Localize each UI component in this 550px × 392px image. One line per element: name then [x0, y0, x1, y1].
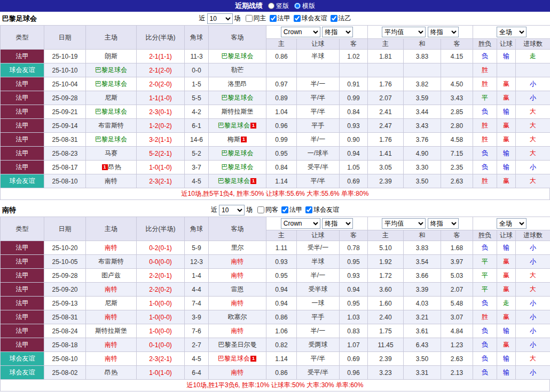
odds-stage-select[interactable]: 终指	[322, 27, 353, 37]
filter-checkbox-input[interactable]	[294, 15, 301, 22]
team-link[interactable]: 尼斯	[105, 94, 117, 101]
team-link[interactable]: 勒芒	[231, 66, 244, 74]
filter-checkbox[interactable]: 同客	[254, 205, 278, 214]
team-link[interactable]: 南特	[231, 327, 244, 334]
filter-checkbox-input[interactable]	[331, 15, 337, 22]
filter-checkbox-input[interactable]	[281, 206, 288, 213]
result-goals-cell: 大	[516, 174, 550, 188]
odds-home-cell: 1.11	[266, 241, 297, 255]
team-link[interactable]: 昂热	[105, 369, 117, 376]
team-link[interactable]: 巴黎足球会	[222, 163, 254, 171]
team-link[interactable]: 巴黎足球会	[222, 149, 254, 157]
vertical-layout-radio[interactable]	[268, 3, 274, 9]
filter-checkbox[interactable]: 法甲	[278, 205, 302, 214]
team-link[interactable]: 南特	[105, 244, 117, 251]
team-link[interactable]: 洛里昂	[228, 80, 247, 87]
team-link[interactable]: 巴黎足球会	[218, 177, 250, 185]
average-select[interactable]: 平均值	[382, 218, 426, 229]
filter-checkbox-input[interactable]	[257, 206, 264, 213]
col-header-odds-away: 客	[340, 230, 368, 241]
team-link[interactable]: 巴黎足球会	[95, 135, 127, 143]
team-link[interactable]: 图卢兹	[101, 271, 121, 279]
bookmaker-select[interactable]: Crown	[281, 218, 320, 229]
team-title: 南特	[2, 203, 16, 217]
team-link[interactable]: 南特	[231, 299, 244, 307]
recent-count-select[interactable]: 10	[219, 205, 245, 215]
team-link[interactable]: 巴黎足球会	[222, 94, 254, 101]
scope-select[interactable]: 全场	[497, 218, 527, 229]
avg-draw-cell: 3.44	[404, 105, 441, 119]
team-link[interactable]: 布雷斯特	[98, 122, 124, 129]
filter-checkbox[interactable]: 法乙	[327, 14, 351, 23]
matches-body: 法甲25-10-20南特0-2(0-1)5-9里尔1.11受半/一0.785.1…	[1, 241, 550, 380]
team-link[interactable]: 南特	[231, 271, 244, 279]
team-link[interactable]: 南特	[231, 258, 244, 265]
team-link[interactable]: 巴黎足球会	[95, 66, 127, 74]
result-goals-cell: 大	[516, 119, 550, 133]
average-select[interactable]: 平均值	[382, 27, 426, 37]
odds-home-cell: 0.99	[266, 133, 297, 147]
corner-cell: 11-3	[185, 50, 209, 63]
team-link[interactable]: 斯特拉斯堡	[222, 108, 254, 115]
home-team-cell: 朗斯	[86, 50, 137, 63]
team-link[interactable]: 巴黎足球会	[222, 52, 254, 60]
home-team-cell: 昂热	[86, 366, 137, 380]
odds-stage-select[interactable]: 终指	[322, 218, 353, 229]
odds-handicap-cell: 平手	[297, 119, 340, 133]
away-team-cell: 里尔	[209, 241, 266, 255]
odds-handicap-cell: 受半球	[297, 283, 340, 297]
scope-select[interactable]: 全场	[497, 27, 527, 37]
odds-away-cell: 0.69	[340, 352, 368, 366]
team-link[interactable]: 巴黎足球会	[218, 122, 250, 129]
recent-count-select[interactable]: 10	[207, 13, 233, 24]
col-header-odds-away: 客	[340, 39, 368, 50]
filter-checkbox[interactable]: 球会友谊	[302, 205, 339, 214]
league-type-cell: 法甲	[1, 297, 44, 310]
team-link[interactable]: 南特	[105, 355, 117, 362]
team-link[interactable]: 里尔	[231, 244, 244, 251]
filter-checkbox[interactable]: 法甲	[266, 14, 290, 23]
team-link[interactable]: 欧塞尔	[228, 313, 247, 321]
team-link[interactable]: 巴黎足球会	[95, 108, 127, 115]
filter-checkbox-input[interactable]	[270, 15, 277, 22]
team-link[interactable]: 巴黎足球会	[218, 355, 250, 362]
team-link[interactable]: 雷恩	[231, 285, 244, 293]
home-team-cell: 尼斯	[86, 91, 137, 105]
avg-draw-cell: 3.54	[404, 255, 441, 269]
team-link[interactable]: 朗斯	[105, 52, 117, 60]
team-link[interactable]: 尼斯	[105, 299, 117, 307]
col-header-result-handicap: 让球	[497, 230, 516, 241]
team-link[interactable]: 马赛	[105, 149, 117, 157]
odds-handicap-cell: 平/半	[297, 105, 340, 119]
average-stage-select[interactable]: 终指	[428, 27, 459, 37]
filter-checkbox[interactable]: 同主	[242, 14, 266, 23]
result-goals-cell: 小	[516, 77, 550, 91]
team-link[interactable]: 南特	[105, 341, 117, 348]
home-team-cell: 南特	[86, 310, 137, 324]
result-goals-cell: 小	[516, 297, 550, 310]
bookmaker-select[interactable]: Crown	[281, 27, 320, 37]
filter-checkbox[interactable]: 球会友谊	[290, 14, 327, 23]
filter-bar: 近 10 场 同主法甲球会友谊法乙	[199, 13, 351, 24]
result-handicap-cell: 输	[497, 352, 516, 366]
team-link[interactable]: 南特	[105, 313, 117, 321]
filter-checkbox-input[interactable]	[246, 15, 253, 22]
horizontal-layout-radio[interactable]	[294, 3, 301, 9]
filter-checkbox-label: 法甲	[289, 205, 302, 214]
matches-body: 法甲25-10-19朗斯2-1(1-1)11-3巴黎足球会0.86半球1.021…	[1, 50, 550, 188]
team-link[interactable]: 巴黎圣日尔曼	[218, 341, 257, 348]
team-link[interactable]: 梅斯	[227, 135, 240, 143]
layout-option-horizontal[interactable]: 横版	[294, 2, 315, 11]
team-link[interactable]: 南特	[231, 369, 244, 376]
team-link[interactable]: 南特	[105, 285, 117, 293]
average-stage-select[interactable]: 终指	[428, 218, 459, 229]
team-link[interactable]: 布雷斯特	[98, 258, 124, 265]
home-team-cell: 巴黎足球会	[86, 105, 137, 119]
layout-option-vertical[interactable]: 竖版	[268, 2, 289, 11]
team-link[interactable]: 巴黎足球会	[95, 80, 127, 87]
team-link[interactable]: 南特	[105, 177, 117, 185]
filter-checkbox-input[interactable]	[305, 206, 312, 213]
team-link[interactable]: 斯特拉斯堡	[95, 327, 127, 334]
team-link[interactable]: 昂热	[108, 163, 121, 171]
date-cell: 25-09-28	[44, 269, 86, 283]
